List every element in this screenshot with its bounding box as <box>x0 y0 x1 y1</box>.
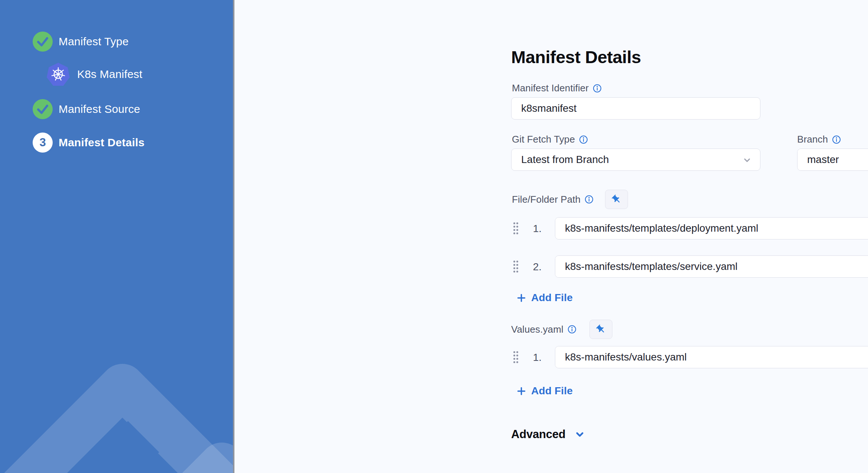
selected-option: Latest from Branch <box>521 154 609 166</box>
step-complete-check-icon <box>33 32 53 52</box>
file-path-row <box>555 217 868 239</box>
pin-toggle-button[interactable] <box>605 190 628 209</box>
info-icon[interactable] <box>592 84 602 93</box>
file-path-input[interactable] <box>555 218 868 239</box>
drag-handle[interactable] <box>513 350 519 364</box>
file-folder-path-header: File/Folder Path <box>512 190 628 209</box>
chevron-down-icon <box>742 154 753 166</box>
add-file-button[interactable]: Add File <box>516 292 573 304</box>
page-title: Manifest Details <box>511 47 641 67</box>
drag-handle[interactable] <box>513 260 519 273</box>
manifest-details-form: Manifest Details Manifest Identifier Git… <box>234 0 868 473</box>
info-icon[interactable] <box>567 324 577 334</box>
branch-field <box>797 149 868 171</box>
values-path-input[interactable] <box>555 346 868 368</box>
info-icon[interactable] <box>579 135 588 144</box>
kubernetes-icon <box>47 63 70 86</box>
sidebar-step-manifest-source[interactable]: Manifest Source <box>33 99 140 119</box>
substep-label: K8s Manifest <box>77 68 142 81</box>
row-number: 2. <box>528 261 542 273</box>
manifest-identifier-input[interactable] <box>511 97 760 120</box>
step-label: Manifest Source <box>59 103 140 115</box>
plus-icon <box>516 386 526 396</box>
values-path-row <box>555 346 868 368</box>
step-label: Manifest Details <box>59 136 145 149</box>
label-text: Branch <box>797 134 828 145</box>
drag-handle[interactable] <box>513 222 519 235</box>
sidebar-step-manifest-details[interactable]: 3 Manifest Details <box>33 133 145 153</box>
info-icon[interactable] <box>832 135 841 144</box>
git-fetch-type-label: Git Fetch Type <box>512 134 588 145</box>
step-label: Manifest Type <box>59 35 129 48</box>
wizard-steps-sidebar: Manifest Type K8s Manifest <box>0 0 233 473</box>
file-path-input[interactable] <box>555 256 868 277</box>
label-text: Values.yaml <box>511 324 563 335</box>
label-text: Git Fetch Type <box>512 134 575 145</box>
add-file-label: Add File <box>531 385 573 397</box>
sidebar-step-manifest-type[interactable]: Manifest Type <box>33 32 129 52</box>
add-file-label: Add File <box>531 292 573 304</box>
manifest-details-wizard: Manifest Type K8s Manifest <box>0 0 868 473</box>
label-text: Manifest Identifier <box>512 82 589 94</box>
branch-input[interactable] <box>798 149 868 170</box>
pin-toggle-button[interactable] <box>589 320 612 339</box>
sidebar-substep-k8s-manifest[interactable]: K8s Manifest <box>47 63 142 86</box>
step-complete-check-icon <box>33 99 53 119</box>
label-text: File/Folder Path <box>512 194 581 205</box>
plus-icon <box>516 293 526 303</box>
step-number-badge: 3 <box>33 133 53 153</box>
file-path-row <box>555 255 868 278</box>
add-file-button[interactable]: Add File <box>516 385 573 397</box>
advanced-section-toggle[interactable]: Advanced <box>511 428 586 441</box>
info-icon[interactable] <box>584 195 594 204</box>
row-number: 1. <box>528 352 542 363</box>
row-number: 1. <box>528 223 542 235</box>
advanced-label: Advanced <box>511 428 566 441</box>
values-yaml-header: Values.yaml <box>511 320 612 339</box>
branch-label: Branch <box>797 134 841 145</box>
chevron-down-icon <box>574 428 586 440</box>
file-folder-path-label: File/Folder Path <box>512 194 594 205</box>
manifest-identifier-label: Manifest Identifier <box>512 82 602 94</box>
values-yaml-label: Values.yaml <box>511 324 577 335</box>
git-fetch-type-select[interactable]: Latest from Branch <box>511 149 760 171</box>
